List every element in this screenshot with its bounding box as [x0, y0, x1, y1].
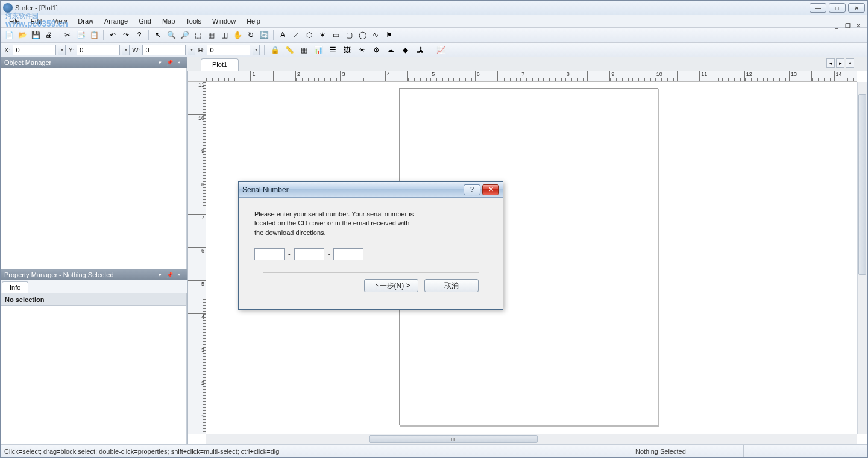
tab-scroll-right-icon[interactable]: ▸ — [836, 58, 844, 68]
maximize-button[interactable]: □ — [829, 3, 846, 13]
rect-tool-icon[interactable]: ▭ — [330, 29, 342, 41]
next-button[interactable]: 下一步(N) > — [364, 279, 418, 292]
dialog-help-button[interactable]: ? — [464, 184, 480, 195]
zoom-out-icon[interactable]: 🔎 — [178, 29, 190, 41]
pan-icon[interactable]: ✋ — [231, 29, 244, 41]
minimize-button[interactable]: — — [810, 3, 826, 13]
undo-icon[interactable]: ↶ — [107, 29, 119, 41]
bar-icon[interactable]: 📈 — [435, 44, 447, 56]
grid-icon[interactable]: ▦ — [298, 44, 310, 56]
dialog-titlebar[interactable]: Serial Number ? ✕ — [239, 182, 503, 198]
zoom-in-icon[interactable]: 🔍 — [165, 29, 177, 41]
sun-icon[interactable]: ☀ — [356, 44, 368, 56]
object-manager-header[interactable]: Object Manager ▾ 📌 × — [1, 57, 187, 68]
help-icon[interactable]: ? — [133, 29, 145, 41]
panel-pin-icon[interactable]: 📌 — [165, 59, 174, 66]
mdi-controls: _ ❐ × — [832, 22, 863, 30]
y-dd-icon[interactable]: ▾ — [122, 45, 130, 55]
menu-help[interactable]: Help — [242, 16, 265, 26]
tab-info[interactable]: Info — [2, 281, 28, 293]
menu-arrange[interactable]: Arrange — [99, 16, 133, 26]
panel-dropdown-icon[interactable]: ▾ — [156, 59, 164, 66]
dash: - — [288, 249, 291, 259]
doc-tab-plot1[interactable]: Plot1 — [201, 58, 239, 71]
scroll-thumb-h[interactable]: III — [369, 435, 538, 443]
scrollbar-vertical[interactable] — [857, 82, 867, 434]
scroll-thumb-v[interactable] — [858, 94, 866, 275]
diamond-icon[interactable]: ◆ — [399, 44, 411, 56]
serial-input-2[interactable] — [294, 248, 324, 260]
flag-tool-icon[interactable]: ⚑ — [383, 29, 395, 41]
cloud-icon[interactable]: ☁ — [385, 44, 397, 56]
property-manager-body[interactable] — [1, 306, 187, 444]
menu-file[interactable]: File — [4, 16, 25, 26]
wizard-icon[interactable]: ⚙ — [370, 44, 382, 56]
h-input[interactable] — [207, 45, 250, 55]
menu-view[interactable]: View — [48, 16, 72, 26]
serial-input-1[interactable] — [254, 248, 285, 260]
zoom-fit-icon[interactable]: ▦ — [205, 29, 217, 41]
text-tool-icon[interactable]: A — [277, 29, 289, 41]
redraw-icon[interactable]: 🔄 — [258, 29, 270, 41]
zoom-sel-icon[interactable]: ◫ — [218, 29, 230, 41]
w-dd-icon[interactable]: ▾ — [188, 45, 195, 55]
y-input[interactable] — [77, 45, 120, 55]
panel-pin-icon[interactable]: 📌 — [165, 271, 174, 278]
cancel-button[interactable]: 取消 — [424, 279, 479, 292]
close-button[interactable]: ✕ — [848, 3, 865, 13]
menu-edit[interactable]: Edit — [26, 16, 47, 26]
spline-tool-icon[interactable]: ∿ — [370, 29, 382, 41]
chart-icon[interactable]: 📊 — [312, 44, 324, 56]
symbol-tool-icon[interactable]: ✶ — [316, 29, 329, 41]
x-input[interactable] — [13, 45, 56, 55]
x-dd-icon[interactable]: ▾ — [58, 45, 66, 55]
panel-dropdown-icon[interactable]: ▾ — [156, 271, 164, 278]
paste-icon[interactable]: 📋 — [88, 29, 100, 41]
panel-close-icon[interactable]: × — [175, 59, 183, 66]
property-manager-header[interactable]: Property Manager - Nothing Selected ▾ 📌 … — [1, 269, 187, 280]
layers-icon[interactable]: ☰ — [327, 44, 339, 56]
refresh-icon[interactable]: ↻ — [245, 29, 257, 41]
pointer-icon[interactable]: ↖ — [152, 29, 164, 41]
titlebar[interactable]: Surfer - [Plot1] — □ ✕ — [1, 1, 867, 15]
mdi-close-icon[interactable]: × — [854, 22, 863, 30]
cut-icon[interactable]: ✂ — [61, 29, 74, 41]
menu-draw[interactable]: Draw — [73, 16, 98, 26]
ruler-icon[interactable]: 📏 — [283, 44, 295, 56]
menu-grid[interactable]: Grid — [134, 16, 156, 26]
mdi-restore-icon[interactable]: ❐ — [843, 22, 852, 30]
redo-icon[interactable]: ↷ — [120, 29, 132, 41]
print-icon[interactable]: 🖨 — [43, 29, 55, 41]
no-selection-row: No selection — [1, 293, 187, 306]
w-input[interactable] — [142, 45, 186, 55]
new-icon[interactable]: 📄 — [3, 29, 15, 41]
copy-icon[interactable]: 📑 — [75, 29, 87, 41]
menu-tools[interactable]: Tools — [181, 16, 206, 26]
object-manager-body[interactable] — [1, 68, 187, 269]
serial-input-3[interactable] — [333, 248, 363, 260]
menu-map[interactable]: Map — [157, 16, 180, 26]
menu-window[interactable]: Window — [207, 16, 241, 26]
ellipse-tool-icon[interactable]: ◯ — [356, 29, 368, 41]
status-cell-2 — [743, 445, 804, 457]
h-dd-icon[interactable]: ▾ — [253, 45, 260, 55]
polyline-tool-icon[interactable]: ⟋ — [290, 29, 302, 41]
open-icon[interactable]: 📂 — [16, 29, 28, 41]
ruler-horizontal[interactable]: 1234567891011121314 — [206, 71, 857, 82]
mdi-minimize-icon[interactable]: _ — [832, 22, 841, 30]
picture-icon[interactable]: 🏞 — [414, 44, 426, 56]
roundrect-tool-icon[interactable]: ▢ — [343, 29, 355, 41]
lock-icon[interactable]: 🔒 — [269, 44, 281, 56]
scrollbar-horizontal[interactable]: III — [206, 434, 857, 444]
save-icon[interactable]: 💾 — [30, 29, 42, 41]
status-hint: Click=select; drag=block select; double-… — [4, 448, 629, 455]
polygon-tool-icon[interactable]: ⬡ — [303, 29, 315, 41]
tab-scroll-left-icon[interactable]: ◂ — [826, 58, 835, 68]
zoom-rect-icon[interactable]: ⬚ — [192, 29, 204, 41]
panel-close-icon[interactable]: × — [175, 271, 183, 278]
tab-close-icon[interactable]: × — [846, 58, 854, 68]
ruler-vertical[interactable]: 1110987654321 — [188, 82, 206, 434]
app-icon — [3, 3, 13, 13]
dialog-close-button[interactable]: ✕ — [482, 184, 499, 195]
image-icon[interactable]: 🖼 — [341, 44, 353, 56]
